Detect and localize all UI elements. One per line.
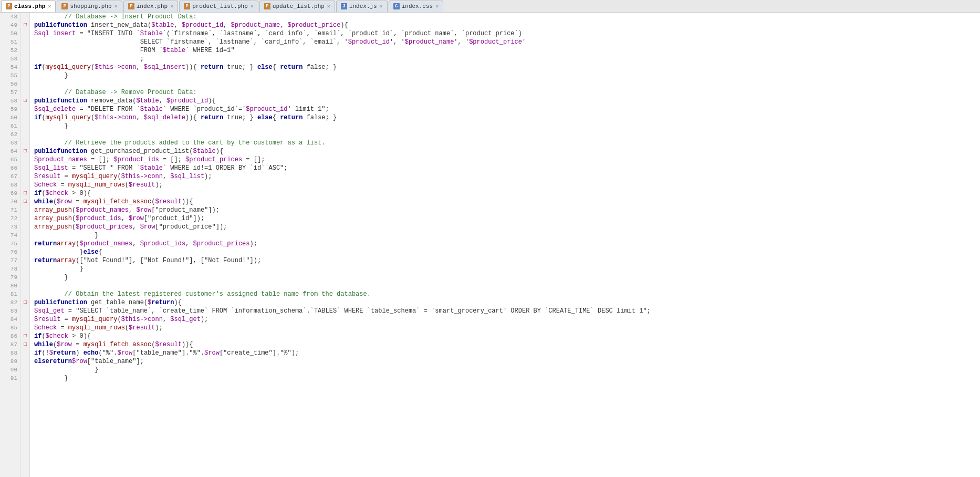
code-line-57: // Database -> Remove Product Data: bbox=[30, 88, 980, 97]
fold-icon-69[interactable]: □ bbox=[21, 189, 29, 198]
line-number-82: 82 bbox=[0, 298, 20, 307]
editor-main: 4849505152535455565758596061626364656667… bbox=[0, 13, 980, 477]
line-number-78: 78 bbox=[0, 265, 20, 273]
tab-index-php[interactable]: Pindex.php✕ bbox=[123, 1, 178, 12]
js-icon: J bbox=[341, 3, 347, 9]
tab-class-php[interactable]: Pclass.php✕ bbox=[1, 1, 56, 12]
fold-icon-82[interactable]: □ bbox=[21, 298, 29, 307]
code-line-63: // Retrieve the products added to the ca… bbox=[30, 139, 980, 147]
line-number-56: 56 bbox=[0, 80, 20, 88]
fold-icon-90 bbox=[21, 366, 29, 374]
fold-icon-59 bbox=[21, 105, 29, 113]
code-line-79: } bbox=[30, 273, 980, 282]
code-line-67: $result = mysqli_query($this->conn, $sql… bbox=[30, 172, 980, 181]
line-number-70: 70 bbox=[0, 198, 20, 206]
tab-label-index-php: index.php bbox=[137, 3, 168, 9]
fold-icon-81 bbox=[21, 290, 29, 298]
line-number-59: 59 bbox=[0, 105, 20, 113]
code-line-64: public function get_purchased_product_li… bbox=[30, 147, 980, 155]
fold-icon-87[interactable]: □ bbox=[21, 340, 29, 349]
tab-product-list-php[interactable]: Pproduct_list.php✕ bbox=[179, 1, 258, 12]
tab-label-class-php: class.php bbox=[14, 3, 45, 9]
editor: 4849505152535455565758596061626364656667… bbox=[0, 13, 980, 477]
fold-column: □□□□□□□□ bbox=[21, 13, 30, 477]
code-line-69: if($check > 0){ bbox=[30, 189, 980, 198]
fold-icon-52 bbox=[21, 46, 29, 55]
tab-label-shopping-php: shopping.php bbox=[70, 3, 111, 9]
fold-icon-56 bbox=[21, 80, 29, 88]
code-line-86: if($check > 0){ bbox=[30, 332, 980, 340]
code-line-50: $sql_insert = "INSERT INTO `$table`(`fir… bbox=[30, 29, 980, 38]
tab-close-index-php[interactable]: ✕ bbox=[170, 3, 173, 9]
fold-icon-84 bbox=[21, 315, 29, 324]
fold-icon-50 bbox=[21, 29, 29, 38]
fold-icon-78 bbox=[21, 265, 29, 273]
tab-label-index-js: index.js bbox=[349, 3, 377, 9]
line-number-51: 51 bbox=[0, 38, 20, 46]
line-number-57: 57 bbox=[0, 88, 20, 97]
tab-index-css[interactable]: Cindex.css✕ bbox=[389, 1, 443, 12]
line-number-80: 80 bbox=[0, 282, 20, 290]
fold-icon-91 bbox=[21, 374, 29, 382]
line-number-50: 50 bbox=[0, 29, 20, 38]
code-line-68: $check = mysqli_num_rows($result); bbox=[30, 181, 980, 189]
code-line-82: public function get_table_name($return){ bbox=[30, 298, 980, 307]
css-icon: C bbox=[393, 3, 400, 9]
code-line-83: $sql_get = "SELECT `table_name`, `create… bbox=[30, 307, 980, 315]
fold-icon-85 bbox=[21, 324, 29, 332]
line-number-74: 74 bbox=[0, 231, 20, 240]
line-number-63: 63 bbox=[0, 139, 20, 147]
fold-icon-89 bbox=[21, 357, 29, 366]
code-line-49: public function insert_new_data($table, … bbox=[30, 21, 980, 29]
line-number-60: 60 bbox=[0, 113, 20, 122]
fold-icon-58[interactable]: □ bbox=[21, 97, 29, 105]
tab-update-list-php[interactable]: Pupdate_list.php✕ bbox=[259, 1, 335, 12]
tab-shopping-php[interactable]: Pshopping.php✕ bbox=[57, 1, 122, 12]
line-number-86: 86 bbox=[0, 332, 20, 340]
fold-icon-49[interactable]: □ bbox=[21, 21, 29, 29]
fold-icon-53 bbox=[21, 55, 29, 63]
fold-icon-86[interactable]: □ bbox=[21, 332, 29, 340]
code-line-89: else return $row["table_name"]; bbox=[30, 357, 980, 366]
code-line-81: // Obtain the latest registered customer… bbox=[30, 290, 980, 298]
tab-close-shopping-php[interactable]: ✕ bbox=[114, 3, 118, 9]
code-line-52: FROM `$table` WHERE id=1" bbox=[30, 46, 980, 55]
tab-label-update-list-php: update_list.php bbox=[273, 3, 325, 9]
code-line-80 bbox=[30, 282, 980, 290]
line-number-49: 49 bbox=[0, 21, 20, 29]
code-line-77: return array(["Not Found!"], ["Not Found… bbox=[30, 256, 980, 265]
tab-close-index-js[interactable]: ✕ bbox=[380, 3, 383, 9]
php-icon: P bbox=[184, 3, 190, 9]
line-number-61: 61 bbox=[0, 122, 20, 130]
fold-icon-80 bbox=[21, 282, 29, 290]
fold-icon-57 bbox=[21, 88, 29, 97]
line-number-65: 65 bbox=[0, 155, 20, 164]
tab-close-index-css[interactable]: ✕ bbox=[435, 3, 439, 9]
code-line-74: } bbox=[30, 231, 980, 240]
fold-icon-64[interactable]: □ bbox=[21, 147, 29, 155]
code-line-88: if(!$return) echo("%".$row["table_name"]… bbox=[30, 349, 980, 357]
code-line-54: if(mysqli_query($this->conn, $sql_insert… bbox=[30, 63, 980, 71]
fold-icon-66 bbox=[21, 164, 29, 172]
code-line-75: return array($product_names, $product_id… bbox=[30, 240, 980, 248]
tab-close-class-php[interactable]: ✕ bbox=[48, 3, 51, 9]
line-number-85: 85 bbox=[0, 324, 20, 332]
fold-icon-60 bbox=[21, 113, 29, 122]
line-number-54: 54 bbox=[0, 63, 20, 71]
line-number-89: 89 bbox=[0, 357, 20, 366]
line-number-69: 69 bbox=[0, 189, 20, 198]
fold-icon-70[interactable]: □ bbox=[21, 198, 29, 206]
tab-close-product-list-php[interactable]: ✕ bbox=[251, 3, 254, 9]
code-line-56 bbox=[30, 80, 980, 88]
fold-icon-55 bbox=[21, 71, 29, 80]
line-numbers-column: 4849505152535455565758596061626364656667… bbox=[0, 13, 21, 477]
line-number-67: 67 bbox=[0, 172, 20, 181]
line-number-84: 84 bbox=[0, 315, 20, 324]
php-icon: P bbox=[128, 3, 134, 9]
tab-index-js[interactable]: Jindex.js✕ bbox=[336, 1, 388, 12]
line-number-76: 76 bbox=[0, 248, 20, 256]
line-number-77: 77 bbox=[0, 256, 20, 265]
line-number-48: 48 bbox=[0, 13, 20, 21]
line-number-55: 55 bbox=[0, 71, 20, 80]
tab-close-update-list-php[interactable]: ✕ bbox=[327, 3, 330, 9]
